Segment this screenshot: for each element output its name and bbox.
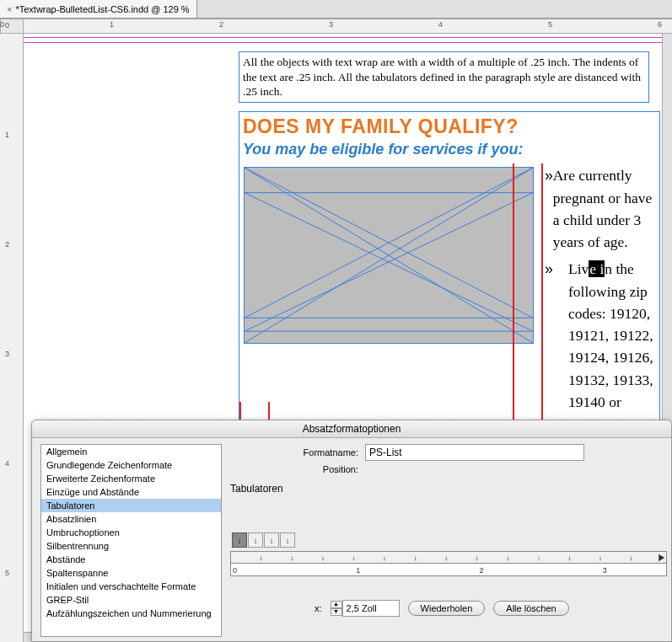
sidebar-item[interactable]: Erweiterte Zeichenformate — [41, 472, 221, 485]
formatname-input[interactable] — [365, 444, 584, 461]
ruler-number: 5 — [5, 569, 9, 577]
tab-align-decimal-button[interactable]: ↓ — [280, 532, 295, 548]
tab-align-center-button[interactable]: ↓ — [248, 532, 263, 548]
tab-alignment-row: ↓ ↓ ↓ ↓ — [230, 532, 667, 548]
tab-marker-icon[interactable]: ↓ — [599, 554, 603, 562]
list-item-text: Are currently pregnant or have a child u… — [553, 164, 656, 253]
tab-marker-icon[interactable]: ↓ — [260, 554, 264, 562]
section-label: Tabulatoren — [230, 483, 667, 495]
sidebar-item[interactable]: Tabulatoren — [41, 499, 221, 512]
tab-marker-icon[interactable]: ↓ — [383, 554, 387, 562]
sidebar-item[interactable]: GREP-Stil — [41, 593, 221, 607]
document-tab[interactable]: × *Textwrap-BulletedList-CS6.indd @ 129 … — [0, 0, 197, 18]
sidebar-item[interactable]: Aufzählungszeichen und Nummerierung — [41, 607, 221, 620]
tab-align-right-button[interactable]: ↓ — [264, 532, 279, 548]
heading-text: DOES MY FAMILY QUALIFY? — [243, 115, 656, 140]
tab-marker-icon[interactable]: ↓ — [537, 554, 541, 562]
sidebar-item[interactable]: Initialen und verschachtelte Formate — [41, 580, 221, 593]
tab-marker-icon[interactable]: ↓ — [476, 554, 480, 562]
formatname-label: Formatname: — [230, 447, 365, 457]
tab-title: *Textwrap-BulletedList-CS6.indd @ 129 % — [15, 4, 189, 14]
sidebar-item[interactable]: Silbentrennung — [41, 539, 221, 553]
sidebar-item[interactable]: Grundlegende Zeichenformate — [41, 458, 221, 472]
tab-marker-icon[interactable]: ↓ — [413, 554, 417, 562]
ruler-number: 3 — [5, 350, 9, 358]
ruler-number: 5 — [548, 20, 552, 29]
placeholder-x-icon — [245, 168, 533, 343]
repeat-button[interactable]: Wiederholen — [408, 601, 486, 616]
ruler-number: 4 — [5, 459, 9, 468]
sidebar-item[interactable]: Allgemein — [41, 445, 221, 458]
paragraph-style-options-dialog: Absatzformatoptionen AllgemeinGrundlegen… — [31, 420, 672, 642]
clear-all-button[interactable]: Alle löschen — [493, 601, 568, 616]
guide-horizontal[interactable] — [24, 37, 662, 38]
sidebar-item[interactable]: Spaltenspanne — [41, 566, 221, 580]
ruler-number: 1 — [110, 20, 114, 29]
dialog-main: Formatname: Position: Tabulatoren ↓ ↓ ↓ … — [230, 444, 667, 637]
ruler-number: 6 — [658, 20, 662, 29]
ruler-number: 2 — [219, 20, 223, 29]
tab-marker-icon[interactable]: ↓ — [352, 554, 356, 562]
position-label: Position: — [230, 464, 365, 474]
document-tab-bar: × *Textwrap-BulletedList-CS6.indd @ 129 … — [0, 0, 672, 19]
stepper-down-icon[interactable]: ▼ — [331, 608, 342, 616]
tab-marker-icon[interactable]: ↓ — [629, 554, 633, 562]
tab-ruler-number: 2 — [480, 566, 484, 575]
tab-align-left-button[interactable]: ↓ — [232, 532, 247, 548]
bullet-glyph: » — [545, 258, 568, 435]
close-icon[interactable]: × — [7, 4, 12, 14]
tab-ruler-number: 3 — [603, 566, 607, 575]
tab-ruler-number: 1 — [356, 566, 360, 575]
note-textframe[interactable]: All the objects with text wrap are with … — [239, 51, 649, 103]
dialog-sidebar: AllgemeinGrundlegende ZeichenformateErwe… — [40, 444, 222, 637]
vertical-ruler[interactable]: 012345 — [0, 34, 24, 642]
subheading-text: You may be eligible for services if you: — [243, 140, 656, 159]
guide-horizontal[interactable] — [24, 42, 662, 43]
tab-ruler-number: 0 — [233, 566, 237, 575]
x-input[interactable] — [342, 600, 400, 617]
note-text: All the objects with text wrap are with … — [243, 56, 641, 98]
tab-marker-icon[interactable]: ↓ — [444, 554, 449, 562]
tab-ruler[interactable]: ↓↓↓↓↓↓↓↓↓↓↓↓↓0123 — [230, 551, 667, 576]
ruler-number: 2 — [5, 240, 9, 249]
ruler-number: 4 — [438, 20, 443, 29]
horizontal-ruler[interactable]: 0123456 — [24, 19, 672, 34]
bullet-glyph: » — [545, 164, 553, 253]
image-placeholder[interactable] — [244, 167, 534, 344]
ruler-number: 1 — [5, 131, 9, 139]
tab-marker-icon[interactable]: ↓ — [506, 554, 510, 562]
x-label: x: — [314, 603, 322, 613]
sidebar-item[interactable]: Abstände — [41, 553, 221, 566]
sidebar-item[interactable]: Absatzlinien — [41, 512, 221, 526]
list-item-text-b: n the following zip codes: 19120, 19121,… — [568, 260, 653, 432]
text-selection: e i — [589, 260, 605, 277]
ruler-number: 0 — [0, 20, 4, 29]
x-stepper[interactable]: ▲ ▼ — [331, 600, 400, 617]
ruler-number: 3 — [329, 20, 333, 29]
stepper-up-icon[interactable]: ▲ — [331, 601, 342, 608]
dialog-title: Absatzformatoptionen — [32, 420, 671, 438]
sidebar-item[interactable]: Einzüge und Abstände — [41, 485, 221, 499]
ruler-number: 0 — [5, 21, 9, 29]
tab-marker-icon[interactable]: ↓ — [290, 554, 294, 562]
tab-marker-icon[interactable]: ↓ — [321, 554, 325, 562]
tab-marker-icon[interactable]: ↓ — [567, 554, 572, 562]
list-item-text-a: Liv — [568, 260, 589, 277]
sidebar-item[interactable]: Umbruchoptionen — [41, 526, 221, 539]
